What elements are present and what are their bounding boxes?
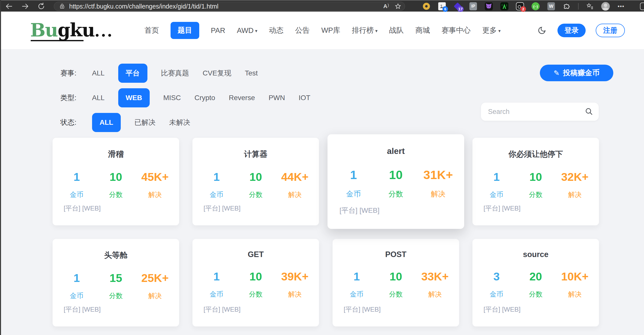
filter-type-web[interactable]: WEB [118, 88, 150, 107]
extensions-puzzle-icon[interactable] [562, 2, 571, 11]
score-label: 分数 [516, 290, 555, 299]
challenge-stats: 1金币 10分数 39K+解决 [192, 270, 319, 299]
read-aloud-icon[interactable]: A) [383, 3, 389, 10]
challenge-card[interactable]: 头等舱 1金币 15分数 25K+解决 [平台] [WEB] [53, 239, 179, 326]
filter-status-all[interactable]: ALL [92, 113, 121, 132]
chevron-down-icon: ▾ [255, 28, 257, 34]
challenge-tags: [平台] [WEB] [64, 204, 101, 213]
challenge-card-hovered[interactable]: alert 1金币 10分数 31K+解决 [平台] [WEB] [328, 134, 464, 229]
site-header: Bugku... 首页 题目 PAR AWD▾ 动态 公告 WP库 排行榜▾ 战… [1, 12, 644, 49]
dark-mode-toggle[interactable] [536, 25, 547, 36]
score-value: 10 [376, 270, 416, 283]
score-label: 分数 [236, 190, 275, 199]
donut-extension-icon[interactable] [422, 2, 431, 11]
forward-arrow-icon [21, 3, 29, 10]
filter-type-all[interactable]: ALL [92, 94, 105, 102]
filter-event-test[interactable]: Test [245, 69, 258, 77]
filter-label: 类型: [60, 93, 76, 103]
filter-type-iot[interactable]: IOT [299, 94, 310, 102]
wappalyzer-extension-icon[interactable]: W [547, 2, 555, 11]
address-bar[interactable]: https://ctf.bugku.com/challenges/index/g… [54, 2, 405, 11]
nav-more[interactable]: 更多▾ [482, 25, 501, 35]
bugku-logo[interactable]: Bugku... [30, 19, 113, 43]
challenge-stats: 3金币 20分数 10K+解决 [472, 270, 599, 299]
solved-label: 解决 [415, 290, 455, 299]
coin-label: 金币 [332, 189, 375, 199]
challenge-card[interactable]: 滑稽 1金币 10分数 45K+解决 [平台] [WEB] [53, 138, 179, 225]
nav-ranking[interactable]: 排行榜▾ [352, 25, 378, 35]
braces-extension-icon[interactable]: {··} [531, 2, 540, 11]
browser-window: https://ctf.bugku.com/challenges/index/g… [0, 0, 644, 335]
matrix-extension-icon[interactable] [500, 2, 509, 11]
capture-extension-icon[interactable]: 2 [516, 2, 524, 11]
login-button[interactable]: 登录 [557, 24, 586, 37]
challenge-card[interactable]: 计算器 1金币 10分数 44K+解决 [平台] [WEB] [192, 138, 319, 225]
filter-status-solved[interactable]: 已解决 [134, 118, 155, 127]
solved-value: 31K+ [417, 168, 459, 182]
nav-par[interactable]: PAR [211, 26, 225, 35]
browser-menu-icon[interactable]: ••• [617, 2, 625, 11]
nav-awd[interactable]: AWD▾ [237, 26, 257, 35]
filter-type-pwn[interactable]: PWN [269, 94, 285, 102]
solved-label: 解决 [135, 291, 175, 300]
shopping-extension-icon[interactable]: 17 [453, 2, 462, 11]
challenge-tags: [平台] [WEB] [344, 305, 381, 314]
ip-extension-icon[interactable]: IP [469, 2, 477, 11]
score-label: 分数 [236, 290, 275, 299]
url-text[interactable]: https://ctf.bugku.com/challenges/index/g… [69, 3, 218, 10]
filter-event-platform[interactable]: 平台 [118, 64, 147, 83]
sidebar-partial-icon[interactable] [640, 3, 644, 10]
nav-challenges[interactable]: 题目 [171, 22, 199, 39]
back-button[interactable] [4, 2, 14, 11]
register-button[interactable]: 注册 [596, 24, 625, 37]
cat-extension-icon[interactable] [485, 2, 493, 11]
profile-avatar-icon[interactable] [601, 2, 610, 11]
coin-label: 金币 [477, 290, 516, 299]
nav-dynamics[interactable]: 动态 [269, 25, 284, 35]
filter-type-crypto[interactable]: Crypto [194, 94, 215, 102]
coin-label: 金币 [477, 190, 516, 199]
challenge-card[interactable]: 你必须让他停下 1金币 10分数 32K+解决 [平台] [WEB] [472, 138, 599, 225]
score-label: 分数 [96, 291, 136, 300]
challenge-card[interactable]: source 3金币 20分数 10K+解决 [平台] [WEB] [472, 239, 599, 326]
nav-event-center[interactable]: 赛事中心 [441, 25, 471, 35]
solved-label: 解决 [135, 190, 175, 199]
filter-event-contest[interactable]: 比赛真题 [161, 68, 189, 78]
chevron-down-icon: ▾ [498, 28, 501, 34]
nav-home[interactable]: 首页 [144, 25, 159, 35]
solved-label: 解决 [275, 190, 314, 199]
coin-label: 金币 [197, 190, 236, 199]
extension-badge: 2 [520, 6, 526, 12]
submit-earn-coins-button[interactable]: ✎ 投稿赚金币 [540, 65, 613, 81]
solved-value: 25K+ [135, 272, 175, 285]
challenge-title: 头等舱 [53, 250, 179, 261]
score-label: 分数 [516, 190, 555, 199]
filter-type-reverse[interactable]: Reverse [229, 94, 255, 102]
score-value: 20 [516, 270, 555, 283]
filter-event-all[interactable]: ALL [92, 69, 105, 77]
search-input[interactable] [488, 108, 579, 116]
toolbar-separator [578, 3, 579, 10]
filter-status-unsolved[interactable]: 未解决 [169, 118, 190, 127]
solved-value: 44K+ [275, 171, 314, 184]
challenge-card[interactable]: POST 1金币 10分数 33K+解决 [平台] [WEB] [333, 239, 459, 326]
bookmark-star-icon[interactable] [395, 3, 401, 10]
header-actions: 登录 注册 [536, 12, 625, 49]
filter-type-misc[interactable]: MISC [163, 94, 181, 102]
challenge-title: 滑稽 [53, 149, 179, 159]
challenge-tags: [平台] [WEB] [339, 206, 379, 215]
search-icon[interactable] [585, 107, 593, 117]
nav-announcement[interactable]: 公告 [295, 25, 310, 35]
gallery-extension-icon[interactable]: 6 [438, 2, 446, 11]
challenge-card[interactable]: GET 1金币 10分数 39K+解决 [平台] [WEB] [192, 239, 319, 326]
nav-wp-library[interactable]: WP库 [321, 25, 340, 35]
nav-mall[interactable]: 商城 [415, 25, 430, 35]
nav-teams[interactable]: 战队 [389, 25, 404, 35]
refresh-button[interactable] [36, 2, 46, 11]
collections-icon[interactable] [586, 2, 594, 11]
solved-value: 32K+ [555, 171, 594, 184]
forward-button[interactable] [20, 2, 30, 11]
filter-event-cve[interactable]: CVE复现 [203, 68, 231, 78]
challenge-stats: 1金币 10分数 31K+解决 [328, 168, 464, 199]
chevron-down-icon: ▾ [375, 28, 378, 34]
